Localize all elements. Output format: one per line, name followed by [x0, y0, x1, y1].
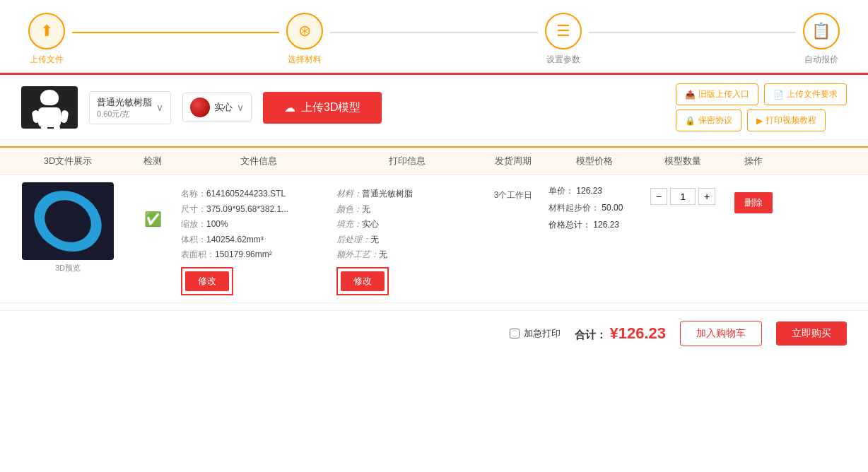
check-status-icon: ✅: [124, 182, 181, 228]
modify-fileinfo-wrap[interactable]: 修改: [181, 267, 233, 295]
fill-selector[interactable]: 实心 ∨: [182, 93, 252, 122]
modify-printinfo-wrap[interactable]: 修改: [336, 267, 389, 295]
side-buttons: 📤 旧版上传入口 📄 上传文件要求 🔒 保密协议 ▶ 打印视频教程: [676, 83, 847, 131]
privacy-button[interactable]: 🔒 保密协议: [676, 110, 741, 131]
material-name: 普通光敏树脂: [97, 96, 152, 109]
delete-button[interactable]: 删除: [734, 192, 773, 213]
print-video-button[interactable]: ▶ 打印视频教程: [747, 110, 826, 131]
print-color-value: 无: [362, 204, 370, 214]
material-preview-image: [21, 86, 78, 129]
material-selector[interactable]: 普通光敏树脂 0.60元/克 ∨: [89, 91, 171, 124]
step-line-2: [330, 32, 537, 33]
step-params: ☰ 设置参数: [545, 13, 582, 66]
print-fill-value: 实心: [362, 219, 379, 229]
total-prefix: 合计： ¥126.23: [575, 324, 666, 343]
modify-printinfo-button[interactable]: 修改: [341, 271, 385, 291]
print-info-cell: 材料：普通光敏树脂 颜色：无 填充：实心 后处理：无 额外工艺：无 修改: [336, 182, 478, 295]
file-volume-row: 体积：140254.62mm³: [181, 232, 336, 248]
qty-minus-button[interactable]: −: [650, 188, 667, 205]
old-upload-button[interactable]: 📤 旧版上传入口: [676, 83, 758, 105]
action-cell: 删除: [725, 182, 782, 213]
play-icon: ▶: [756, 116, 763, 126]
fill-ball-icon: [190, 98, 210, 117]
quantity-cell: − +: [640, 182, 725, 205]
robot-body: [38, 107, 61, 127]
robot-arm-right: [60, 110, 69, 123]
upload-3d-label: 上传3D模型: [301, 100, 360, 115]
robot-head: [40, 90, 59, 105]
step-quote: 📋 自动报价: [803, 13, 840, 66]
col-header-action: 操作: [725, 155, 782, 167]
price-cell: 单价： 126.23 材料起步价： 50.00 价格总计： 126.23: [549, 182, 640, 233]
step-params-icon: ☰: [545, 13, 582, 49]
privacy-label: 保密协议: [698, 114, 732, 126]
col-header-qty: 模型数量: [640, 155, 725, 167]
upload-req-label: 上传文件要求: [787, 88, 838, 100]
col-header-delivery: 发货周期: [478, 155, 549, 167]
file-scale-row: 缩放：100%: [181, 217, 336, 232]
start-price-label: 材料起步价：: [549, 203, 599, 213]
side-btn-row-2: 🔒 保密协议 ▶ 打印视频教程: [676, 110, 847, 131]
print-extra-row: 额外工艺：无: [336, 247, 478, 263]
total-prefix-text: 合计：: [575, 329, 606, 341]
total-price-value: 126.23: [593, 220, 619, 230]
currency-symbol: ¥: [609, 324, 618, 342]
print-info: 材料：普通光敏树脂 颜色：无 填充：实心 后处理：无 额外工艺：无: [336, 187, 478, 263]
start-price-value: 50.00: [602, 203, 623, 213]
print-color-row: 颜色：无: [336, 202, 478, 218]
modify-fileinfo-button[interactable]: 修改: [185, 271, 229, 291]
buy-now-button[interactable]: 立即购买: [776, 321, 847, 346]
file-dim-value: 375.09*95.68*382.1...: [206, 204, 288, 214]
step-line-1: [72, 32, 279, 33]
table-row: 3D预览 ✅ 名称：6141605244233.STL 尺寸：375.09*95…: [0, 175, 868, 303]
print-material-value: 普通光敏树脂: [362, 189, 413, 199]
robot-leg-left: [41, 126, 47, 129]
col-header-printinfo: 打印信息: [336, 155, 478, 167]
col-header-preview: 3D文件展示: [11, 155, 124, 167]
step-params-label: 设置参数: [546, 54, 580, 66]
print-post-value: 无: [370, 235, 379, 244]
old-upload-icon: 📤: [685, 90, 696, 100]
step-quote-label: 自动报价: [804, 54, 838, 66]
col-header-detect: 检测: [124, 155, 181, 167]
print-extra-value: 无: [379, 249, 387, 259]
total-amount-value: 126.23: [618, 324, 666, 342]
urgent-print-checkbox[interactable]: 加急打印: [510, 327, 561, 340]
upload-cloud-icon: ☁: [284, 101, 295, 114]
upload-req-icon: 📄: [773, 90, 784, 100]
upload-3d-button[interactable]: ☁ 上传3D模型: [263, 92, 382, 124]
col-header-price: 模型价格: [549, 155, 640, 167]
file-name-row: 名称：6141605244233.STL: [181, 187, 336, 202]
side-btn-row-1: 📤 旧版上传入口 📄 上传文件要求: [676, 83, 847, 105]
table-area: 3D文件展示 检测 文件信息 打印信息 发货周期 模型价格 模型数量 操作 3D…: [0, 146, 868, 303]
file-info: 名称：6141605244233.STL 尺寸：375.09*95.68*382…: [181, 187, 336, 263]
upload-req-button[interactable]: 📄 上传文件要求: [764, 83, 847, 105]
material-bar: 普通光敏树脂 0.60元/克 ∨ 实心 ∨ ☁ 上传3D模型 📤 旧版上传入口 …: [0, 75, 868, 141]
step-material: ⊛ 选择材料: [286, 13, 323, 66]
qty-plus-button[interactable]: +: [698, 188, 715, 205]
bottom-bar: 加急打印 合计： ¥126.23 加入购物车 立即购买: [0, 310, 868, 356]
total-amount: ¥126.23: [609, 324, 666, 342]
preview-cell: 3D预览: [11, 182, 124, 273]
print-video-label: 打印视频教程: [766, 114, 816, 126]
fill-type-label: 实心: [214, 101, 233, 114]
preview-label: 3D预览: [55, 263, 81, 273]
unit-price-value: 126.23: [576, 186, 602, 196]
add-to-cart-button[interactable]: 加入购物车: [680, 321, 762, 346]
qty-input[interactable]: [670, 188, 696, 205]
step-upload-label: 上传文件: [30, 54, 64, 66]
step-material-icon: ⊛: [286, 13, 323, 49]
urgent-checkbox-input[interactable]: [510, 329, 520, 338]
print-post-row: 后处理：无: [336, 232, 478, 248]
start-price-row: 材料起步价： 50.00: [549, 199, 640, 216]
total-price-label: 价格总计：: [549, 220, 591, 230]
total-price-row: 价格总计： 126.23: [549, 216, 640, 233]
print-material-row: 材料：普通光敏树脂: [336, 187, 478, 202]
robot-figure: [28, 88, 71, 127]
col-header-fileinfo: 文件信息: [181, 155, 336, 167]
steps-bar: ⬆ 上传文件 ⊛ 选择材料 ☰ 设置参数 📋 自动报价: [0, 0, 868, 73]
preview-3d-image: [22, 182, 114, 260]
file-info-cell: 名称：6141605244233.STL 尺寸：375.09*95.68*382…: [181, 182, 336, 295]
urgent-label: 加急打印: [524, 327, 561, 340]
unit-price-label: 单价：: [549, 186, 574, 196]
